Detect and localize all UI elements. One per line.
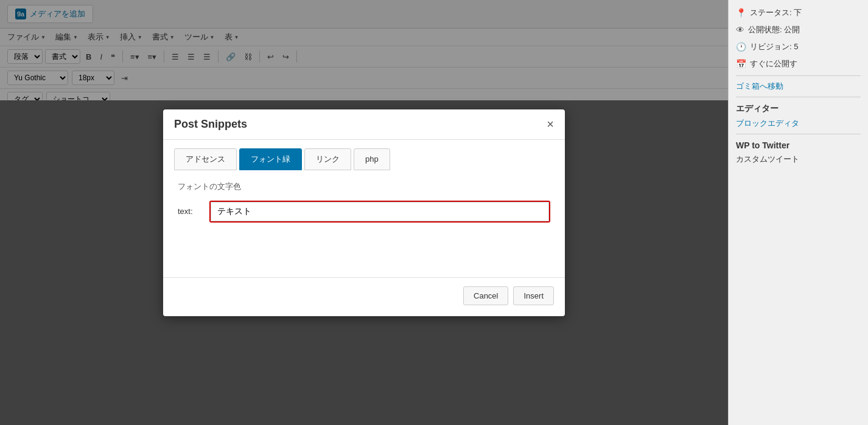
text-input[interactable] <box>211 202 549 221</box>
tab-link[interactable]: リンク <box>304 148 351 170</box>
post-snippets-modal: Post Snippets × アドセンス フォント緑 リンク php フォント… <box>163 109 565 316</box>
publish-row: 📅 すぐに公開す <box>736 58 861 69</box>
modal-body: フォントの文字色 text: <box>163 170 565 241</box>
visibility-label: 公開状態: 公開 <box>748 24 800 35</box>
right-panel: 📍 ステータス: 下 👁 公開状態: 公開 🕐 リビジョン: 5 📅 すぐに公開… <box>728 0 868 425</box>
modal-tabs: アドセンス フォント緑 リンク php <box>163 140 565 170</box>
modal-title: Post Snippets <box>174 118 247 131</box>
publish-label: すぐに公開す <box>750 58 797 69</box>
cancel-button[interactable]: Cancel <box>463 286 508 305</box>
block-editor-link[interactable]: ブロックエディタ <box>736 119 799 128</box>
text-input-wrapper <box>209 201 550 223</box>
modal-close-button[interactable]: × <box>547 118 554 130</box>
revision-label: リビジョン: 5 <box>750 41 798 52</box>
publish-icon: 📅 <box>736 59 746 69</box>
revision-icon: 🕐 <box>736 42 746 52</box>
divider-1 <box>736 75 861 76</box>
text-label: text: <box>178 207 202 216</box>
visibility-icon: 👁 <box>736 25 744 35</box>
tab-adsense[interactable]: アドセンス <box>174 148 237 170</box>
modal-overlay: Post Snippets × アドセンス フォント緑 リンク php フォント… <box>0 0 728 425</box>
tab-php[interactable]: php <box>354 148 390 170</box>
divider-2 <box>736 97 861 97</box>
tab-font-green[interactable]: フォント緑 <box>239 148 302 170</box>
status-row: 📍 ステータス: 下 <box>736 7 861 18</box>
modal-subtitle: フォントの文字色 <box>178 181 550 192</box>
wp-twitter-title: WP to Twitter <box>736 140 861 150</box>
trash-link[interactable]: ゴミ箱へ移動 <box>736 81 783 91</box>
editor-title: エディター <box>736 103 861 114</box>
text-form-row: text: <box>178 201 550 223</box>
insert-button[interactable]: Insert <box>513 286 554 305</box>
status-label: ステータス: 下 <box>750 7 802 18</box>
visibility-row: 👁 公開状態: 公開 <box>736 24 861 35</box>
modal-header: Post Snippets × <box>163 109 565 140</box>
custom-tweet-label: カスタムツイート <box>736 154 861 165</box>
modal-footer: Cancel Insert <box>163 277 565 314</box>
revision-row: 🕐 リビジョン: 5 <box>736 41 861 52</box>
divider-3 <box>736 134 861 134</box>
status-icon: 📍 <box>736 8 746 18</box>
